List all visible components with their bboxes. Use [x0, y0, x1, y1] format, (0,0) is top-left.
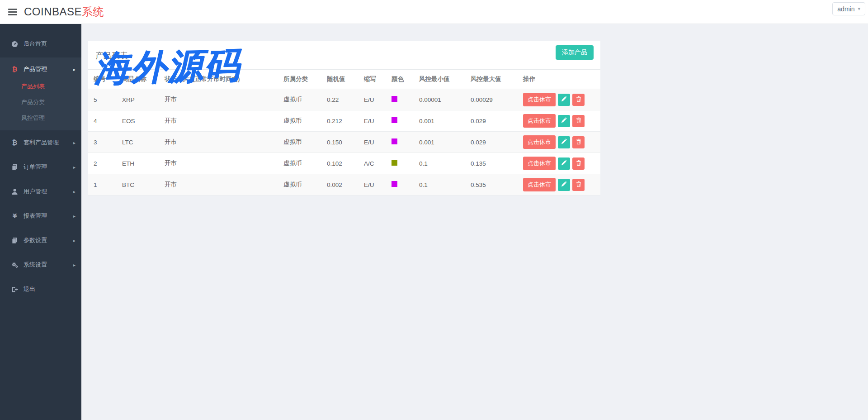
col-risk-min: 风控最小值: [414, 70, 465, 89]
cell-id: 2: [88, 153, 117, 174]
delete-button[interactable]: [572, 158, 585, 170]
card-header: 产品列表 添加产品: [88, 41, 600, 69]
cell-risk-min: 0.001: [414, 132, 465, 153]
trash-icon: [576, 117, 581, 124]
market-close-button[interactable]: 点击休市: [523, 114, 556, 128]
cell-abbr: E/U: [359, 110, 386, 132]
col-abbr: 缩写: [359, 70, 386, 89]
brand-accent: 系统: [82, 5, 104, 18]
sidebar-item-risk-mgmt[interactable]: 风控管理: [0, 110, 81, 126]
sidebar-item-label: 产品管理: [24, 65, 47, 73]
cell-name: EOS: [117, 110, 159, 132]
cell-risk-max: 0.00029: [465, 89, 518, 110]
col-status: 状态（大盘正常开市时间内): [159, 70, 278, 89]
delete-button[interactable]: [572, 179, 585, 191]
main-content: 产品列表 添加产品 编号 商品名称 状态（大盘正常开市时间内) 所属分类 随机值…: [81, 24, 868, 420]
color-swatch: [392, 160, 397, 166]
sidebar-group-product-mgmt: ₿ 产品管理 ▸ 产品列表 产品分类 风控管理: [0, 57, 81, 130]
market-close-button[interactable]: 点击休市: [523, 157, 556, 170]
product-table: 编号 商品名称 状态（大盘正常开市时间内) 所属分类 随机值 缩写 颜色 风控最…: [88, 69, 600, 196]
delete-button[interactable]: [572, 94, 585, 106]
market-close-button[interactable]: 点击休市: [523, 93, 556, 106]
sidebar-item-user-mgmt[interactable]: 用户管理 ▸: [0, 179, 81, 204]
sidebar-item-param-settings[interactable]: 参数设置 ▸: [0, 228, 81, 253]
table-row: 2 ETH 开市 虚拟币 0.102 A/C 0.1 0.135 点击休市: [88, 153, 600, 174]
table-row: 1 BTC 开市 虚拟币 0.002 E/U 0.1 0.535 点击休市: [88, 174, 600, 196]
cell-category: 虚拟币: [278, 153, 321, 174]
col-id: 编号: [88, 70, 117, 89]
pencil-icon: [561, 138, 567, 146]
market-close-button[interactable]: 点击休市: [523, 135, 556, 149]
cell-category: 虚拟币: [278, 110, 321, 132]
sidebar-item-dashboard[interactable]: 后台首页: [0, 32, 81, 56]
cell-random: 0.002: [321, 174, 359, 196]
cell-risk-max: 0.535: [465, 174, 518, 196]
sidebar-item-order-mgmt[interactable]: 订单管理 ▸: [0, 155, 81, 179]
sidebar-item-label: 系统设置: [24, 261, 47, 269]
cell-risk-min: 0.001: [414, 110, 465, 132]
sidebar-item-product-category[interactable]: 产品分类: [0, 94, 81, 110]
sidebar-item-label: 用户管理: [24, 187, 47, 196]
cell-id: 4: [88, 110, 117, 132]
menu-toggle-icon[interactable]: [8, 7, 18, 17]
cell-random: 0.150: [321, 132, 359, 153]
chevron-right-icon: ▸: [73, 140, 75, 145]
edit-button[interactable]: [558, 158, 570, 170]
trash-icon: [576, 96, 581, 103]
edit-button[interactable]: [558, 94, 570, 106]
edit-button[interactable]: [558, 115, 570, 127]
sidebar-item-system-settings[interactable]: 系统设置 ▸: [0, 253, 81, 277]
trash-icon: [576, 160, 581, 167]
cell-risk-max: 0.029: [465, 132, 518, 153]
gears-icon: [11, 261, 19, 268]
col-name: 商品名称: [117, 70, 159, 89]
admin-label: admin: [837, 5, 854, 13]
bitcoin-icon: ₿: [11, 66, 19, 73]
sidebar-item-label: 退出: [24, 285, 35, 293]
sidebar-item-label: 套利产品管理: [24, 138, 59, 147]
edit-button[interactable]: [558, 179, 570, 191]
cell-category: 虚拟币: [278, 89, 321, 110]
cell-category: 虚拟币: [278, 174, 321, 196]
cell-status: 开市: [159, 110, 278, 132]
table-header-row: 编号 商品名称 状态（大盘正常开市时间内) 所属分类 随机值 缩写 颜色 风控最…: [88, 70, 600, 89]
cell-name: ETH: [117, 153, 159, 174]
chevron-right-icon: ▸: [73, 238, 75, 243]
delete-button[interactable]: [572, 136, 585, 148]
cell-status: 开市: [159, 153, 278, 174]
chevron-right-icon: ▸: [73, 67, 75, 72]
cell-random: 0.212: [321, 110, 359, 132]
cell-random: 0.102: [321, 153, 359, 174]
bitcoin-icon: ₿: [11, 139, 19, 146]
cell-risk-max: 0.029: [465, 110, 518, 132]
sidebar-item-product-list[interactable]: 产品列表: [0, 78, 81, 94]
market-close-button[interactable]: 点击休市: [523, 178, 556, 191]
cell-abbr: E/U: [359, 132, 386, 153]
pencil-icon: [561, 96, 567, 103]
col-random: 随机值: [321, 70, 359, 89]
admin-dropdown[interactable]: admin ▾: [832, 2, 865, 15]
add-product-button[interactable]: 添加产品: [556, 45, 594, 60]
edit-button[interactable]: [558, 136, 570, 148]
table-row: 4 EOS 开市 虚拟币 0.212 E/U 0.001 0.029 点击休市: [88, 110, 600, 132]
sidebar-item-arbitrage-mgmt[interactable]: ₿ 套利产品管理 ▸: [0, 130, 81, 155]
color-swatch: [392, 138, 397, 144]
sidebar-item-report-mgmt[interactable]: ¥ 报表管理 ▸: [0, 204, 81, 228]
cell-name: BTC: [117, 174, 159, 196]
delete-button[interactable]: [572, 115, 585, 127]
col-risk-max: 风控最大值: [465, 70, 518, 89]
cell-risk-min: 0.1: [414, 153, 465, 174]
brand-main: COINBASE: [24, 5, 82, 18]
sidebar-item-logout[interactable]: 退出: [0, 277, 81, 301]
chevron-down-icon: ▾: [858, 6, 860, 12]
sidebar-item-label: 订单管理: [24, 163, 47, 171]
pencil-icon: [561, 117, 567, 124]
chevron-right-icon: ▸: [73, 189, 75, 194]
table-row: 3 LTC 开市 虚拟币 0.150 E/U 0.001 0.029 点击休市: [88, 132, 600, 153]
col-color: 颜色: [386, 70, 414, 89]
cell-name: LTC: [117, 132, 159, 153]
sidebar-item-product-mgmt[interactable]: ₿ 产品管理 ▸: [0, 57, 81, 78]
cell-risk-min: 0.00001: [414, 89, 465, 110]
cell-status: 开市: [159, 174, 278, 196]
chevron-right-icon: ▸: [73, 214, 75, 219]
